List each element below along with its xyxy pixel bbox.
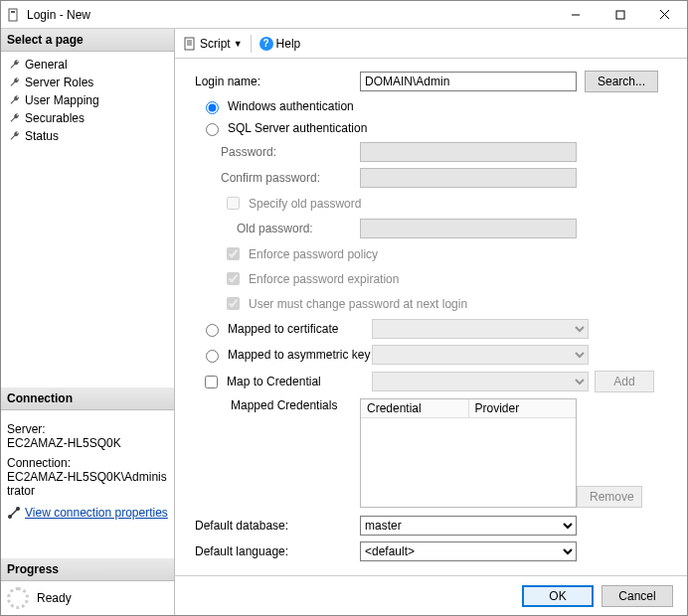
specify-old-password-input (227, 197, 240, 210)
credential-column-header: Credential (361, 399, 469, 418)
progress-status: Ready (37, 591, 72, 605)
connection-header: Connection (1, 387, 174, 410)
mapped-cert-radio-input[interactable] (206, 324, 219, 337)
app-icon (7, 8, 21, 22)
confirm-password-input (360, 168, 577, 188)
page-label: Securables (25, 111, 85, 125)
ok-button[interactable]: OK (522, 585, 594, 607)
mapped-credentials-label: Mapped Credentials (189, 398, 360, 412)
minimize-button[interactable] (553, 1, 598, 29)
help-icon: ? (259, 37, 273, 51)
page-label: General (25, 58, 68, 72)
check-label: Specify old password (249, 197, 361, 211)
page-user-mapping[interactable]: User Mapping (1, 91, 174, 109)
mapped-cert-select (372, 319, 589, 339)
default-language-label: Default language: (189, 544, 360, 558)
check-label: User must change password at next login (249, 297, 467, 311)
page-general[interactable]: General (1, 56, 174, 74)
window-title: Login - New (27, 8, 90, 22)
search-button[interactable]: Search... (585, 71, 658, 92)
remove-button: Remove (577, 486, 642, 508)
mapped-asym-radio-input[interactable] (206, 350, 219, 363)
svg-rect-0 (9, 9, 17, 21)
map-credential-select (372, 372, 589, 391)
titlebar: Login - New (1, 1, 687, 29)
default-database-select[interactable]: master (360, 516, 577, 536)
link-label: View connection properties (25, 506, 168, 520)
login-name-label: Login name: (189, 75, 360, 88)
progress-header: Progress (1, 558, 174, 581)
add-button: Add (595, 371, 654, 392)
radio-label: Windows authentication (228, 99, 354, 113)
svg-rect-1 (11, 11, 15, 13)
toolbar-separator (251, 35, 252, 53)
page-status[interactable]: Status (1, 127, 174, 145)
help-button[interactable]: ? Help (259, 37, 301, 51)
check-label: Map to Credential (227, 375, 321, 388)
close-button[interactable] (642, 1, 687, 29)
svg-rect-3 (616, 11, 624, 19)
enforce-expiration-input (227, 272, 240, 285)
default-database-label: Default database: (189, 519, 360, 533)
radio-label: SQL Server authentication (228, 121, 367, 135)
specify-old-password-check: Specify old password (189, 194, 673, 213)
mapped-cert-radio[interactable]: Mapped to certificate (189, 321, 372, 337)
script-label: Script (200, 37, 231, 51)
maximize-button[interactable] (598, 1, 642, 29)
select-page-header: Select a page (1, 29, 174, 52)
enforce-policy-input (227, 247, 240, 260)
provider-column-header: Provider (469, 399, 577, 418)
view-connection-properties-link[interactable]: View connection properties (7, 506, 168, 520)
password-input (360, 142, 577, 162)
map-credential-input[interactable] (205, 376, 218, 388)
radio-label: Mapped to asymmetric key (228, 348, 370, 362)
sql-auth-radio[interactable]: SQL Server authentication (189, 120, 673, 136)
check-label: Enforce password policy (249, 247, 378, 261)
windows-auth-radio[interactable]: Windows authentication (189, 98, 673, 114)
default-language-select[interactable]: <default> (360, 541, 577, 561)
help-label: Help (276, 37, 301, 51)
chevron-down-icon: ▼ (234, 39, 243, 49)
svg-line-8 (11, 510, 17, 516)
enforce-expiration-check: Enforce password expiration (189, 269, 673, 288)
confirm-password-label: Confirm password: (189, 171, 360, 185)
login-name-input[interactable] (360, 72, 577, 91)
old-password-input (360, 219, 577, 238)
mapped-asym-radio[interactable]: Mapped to asymmetric key (189, 347, 372, 363)
script-icon (183, 37, 197, 51)
page-securables[interactable]: Securables (1, 109, 174, 127)
mapped-credentials-grid[interactable]: Credential Provider (360, 398, 577, 508)
page-label: User Mapping (25, 93, 99, 107)
page-list: General Server Roles User Mapping Secura… (1, 52, 174, 149)
must-change-input (227, 297, 240, 310)
connection-value: EC2AMAZ-HL5SQ0K\Administrator (7, 470, 168, 498)
mapped-asym-select (372, 345, 589, 365)
windows-auth-radio-input[interactable] (206, 101, 219, 114)
svg-rect-9 (185, 38, 194, 50)
script-dropdown[interactable]: Script ▼ (183, 37, 243, 51)
server-value: EC2AMAZ-HL5SQ0K (7, 436, 168, 450)
cancel-button[interactable]: Cancel (602, 585, 673, 607)
connection-icon (7, 506, 21, 520)
server-label: Server: (7, 422, 168, 436)
check-label: Enforce password expiration (249, 272, 399, 286)
progress-spinner-icon (7, 587, 29, 609)
enforce-policy-check: Enforce password policy (189, 244, 673, 263)
password-label: Password: (189, 145, 360, 159)
connection-label: Connection: (7, 456, 168, 470)
must-change-check: User must change password at next login (189, 294, 673, 313)
page-server-roles[interactable]: Server Roles (1, 74, 174, 91)
map-credential-check[interactable]: Map to Credential (189, 373, 372, 391)
old-password-label: Old password: (189, 222, 360, 235)
radio-label: Mapped to certificate (228, 322, 338, 336)
page-label: Status (25, 129, 59, 143)
sql-auth-radio-input[interactable] (206, 123, 219, 136)
page-label: Server Roles (25, 76, 93, 89)
